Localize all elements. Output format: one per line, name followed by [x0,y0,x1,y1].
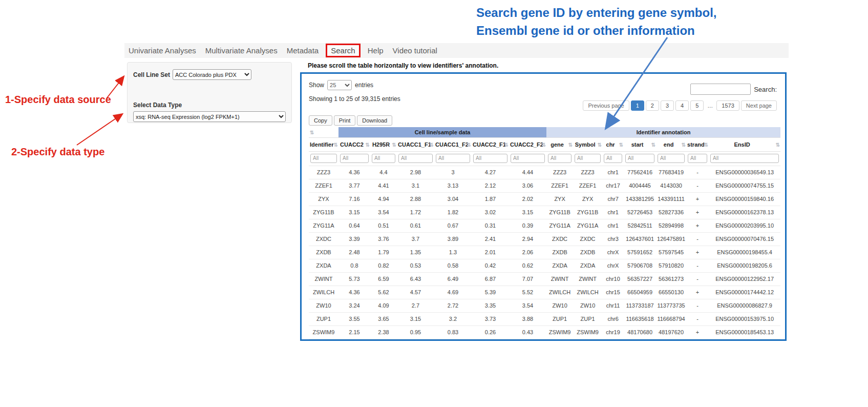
column-header-start[interactable]: start⇅ [624,137,656,151]
page-button-1573[interactable]: 1573 [716,100,739,111]
sort-icon[interactable]: ⇅ [542,141,546,147]
data-type-select[interactable]: xsq: RNA-seq Expression (log2 FPKM+1) [133,111,286,122]
download-button[interactable]: Download [357,115,392,126]
sort-icon[interactable]: ⇅ [504,141,509,147]
table-cell: 52842511 [624,219,656,232]
sort-icon[interactable]: ⇅ [619,141,623,147]
column-header-chr[interactable]: chr⇅ [602,137,624,151]
filter-input-cuacc1-f2[interactable] [436,154,470,163]
table-cell: 2.02 [509,192,546,206]
sort-icon[interactable]: ⇅ [366,141,370,147]
cell-line-set-select[interactable]: ACC Colorado plus PDX [173,69,251,80]
sort-icon[interactable]: ⇅ [430,141,434,147]
table-row[interactable]: ZUP13.553.653.153.23.733.88ZUP1ZUP1chr61… [309,312,780,325]
previous-page-button[interactable]: Previous page [583,100,629,111]
nav-item-univariate-analyses[interactable]: Univariate Analyses [129,46,196,55]
table-row[interactable]: ZZZ34.364.42.9834.274.44ZZZ3ZZZ3chr17756… [309,166,780,179]
copy-button[interactable]: Copy [309,115,332,126]
table-cell: ZYX [573,192,602,206]
sort-icon[interactable]: ⇅ [682,141,686,147]
sort-icon[interactable]: ⇅ [568,141,573,147]
column-header-cuacc1-f2[interactable]: CUACC1_F2⇅ [434,137,472,151]
filter-input-chr[interactable] [604,154,622,163]
filter-input-cuacc2-f2[interactable] [511,154,545,163]
filter-input-strand[interactable] [688,154,707,163]
column-header-cuacc2-f2[interactable]: CUACC2_F2⇅ [509,137,546,151]
nav-item-multivariate-analyses[interactable]: Multivariate Analyses [205,46,278,55]
table-cell: + [686,206,709,219]
filter-input-cuacc1-f1[interactable] [398,154,433,163]
page-button-3[interactable]: 3 [661,100,674,111]
filter-input-ensid[interactable] [710,154,779,163]
table-cell: chr1 [602,206,624,219]
table-row[interactable]: ZYG11B3.153.541.721.823.023.15ZYG11BZYG1… [309,206,780,219]
table-row[interactable]: ZWINT5.736.596.436.496.877.07ZWINTZWINTc… [309,272,780,286]
nav-item-metadata[interactable]: Metadata [287,46,319,55]
sort-icon[interactable]: ⇅ [467,141,471,147]
table-row[interactable]: ZXDB2.481.791.351.32.012.06ZXDBZXDBchrX5… [309,246,780,259]
table-row[interactable]: ZW103.244.092.72.723.353.54ZW10ZW10chr11… [309,299,780,312]
sort-icon[interactable]: ⇅ [704,141,708,147]
table-row[interactable]: ZYG11A0.640.510.610.670.310.39ZYG11AZYG1… [309,219,780,232]
nav-item-search[interactable]: Search [326,44,361,57]
column-header-cuacc1-f1[interactable]: CUACC1_F1⇅ [397,137,434,151]
column-header-cuacc2-f1[interactable]: CUACC2_F1⇅ [472,137,509,151]
page-button-5[interactable]: 5 [690,100,704,111]
filter-input-cuacc2[interactable] [340,154,369,163]
table-cell: ZWINT [546,272,573,286]
column-header-gene[interactable]: gene⇅ [546,137,573,151]
table-row[interactable]: ZSWIM92.152.380.950.830.260.43ZSWIM9ZSWI… [309,325,780,339]
table-cell: ZZZ3 [309,166,338,179]
sort-icon[interactable]: ⇅ [598,141,602,147]
print-button[interactable]: Print [334,115,356,126]
sort-icon[interactable]: ⇅ [776,141,780,147]
table-cell: 3.65 [370,312,397,325]
column-header-identifier[interactable]: Identifier⇅ [309,137,338,151]
filter-input-gene[interactable] [548,154,571,163]
page-button-2[interactable]: 2 [646,100,659,111]
table-row[interactable]: ZZEF13.774.413.13.132.123.06ZZEF1ZZEF1ch… [309,179,780,192]
filter-input-end[interactable] [658,154,685,163]
column-header-ensid[interactable]: EnsID⇅ [709,137,780,151]
filter-input-identifier[interactable] [310,154,337,163]
table-cell: ZXDB [546,246,573,259]
table-cell: 57910820 [656,259,686,272]
table-row[interactable]: ZXDC3.393.763.73.892.412.94ZXDCZXDCchr31… [309,232,780,246]
page-length-select[interactable]: 25 [327,80,352,90]
column-label: H295R [372,141,390,148]
table-cell: ZYG11A [573,219,602,232]
table-cell: 3.15 [509,206,546,219]
search-input[interactable] [690,84,751,95]
sort-icon[interactable]: ⇅ [392,141,396,147]
filter-input-start[interactable] [625,154,654,163]
column-header-strand[interactable]: strand⇅ [686,137,709,151]
page-button-4[interactable]: 4 [675,100,689,111]
page-button-1[interactable]: 1 [631,100,644,111]
filter-input-cuacc2-f1[interactable] [473,154,507,163]
column-header-symbol[interactable]: Symbol⇅ [573,137,602,151]
table-cell: - [686,312,709,325]
nav-item-video-tutorial[interactable]: Video tutorial [393,46,437,55]
sort-icon[interactable]: ⇅ [334,141,338,147]
table-cell: 4.44 [509,166,546,179]
table-cell: ZW10 [309,299,338,312]
sort-icon[interactable]: ⇅ [310,130,314,135]
table-cell: ZW10 [546,299,573,312]
step2-annotation: 2-Specify data type [11,146,104,158]
sort-icon[interactable]: ⇅ [651,141,655,147]
table-cell: ENSG00000203995.10 [709,219,780,232]
table-cell: + [686,219,709,232]
column-header-h295r[interactable]: H295R⇅ [370,137,397,151]
table-row[interactable]: ZYX7.164.942.883.041.872.02ZYXZYXchr7143… [309,192,780,206]
column-header-end[interactable]: end⇅ [656,137,686,151]
filter-input-h295r[interactable] [372,154,395,163]
table-row[interactable]: ZXDA0.80.820.530.580.420.62ZXDAZXDAchrX5… [309,259,780,272]
filter-input-symbol[interactable] [575,154,601,163]
table-cell: ZZEF1 [546,179,573,192]
column-header-cuacc2[interactable]: CUACC2⇅ [338,137,370,151]
next-page-button[interactable]: Next page [741,100,777,111]
table-row[interactable]: ZWILCH4.365.624.574.695.395.52ZWILCHZWIL… [309,286,780,299]
dt-buttons: CopyPrintDownload [309,115,392,126]
nav-item-help[interactable]: Help [368,46,384,55]
table-cell: 3.77 [338,179,370,192]
